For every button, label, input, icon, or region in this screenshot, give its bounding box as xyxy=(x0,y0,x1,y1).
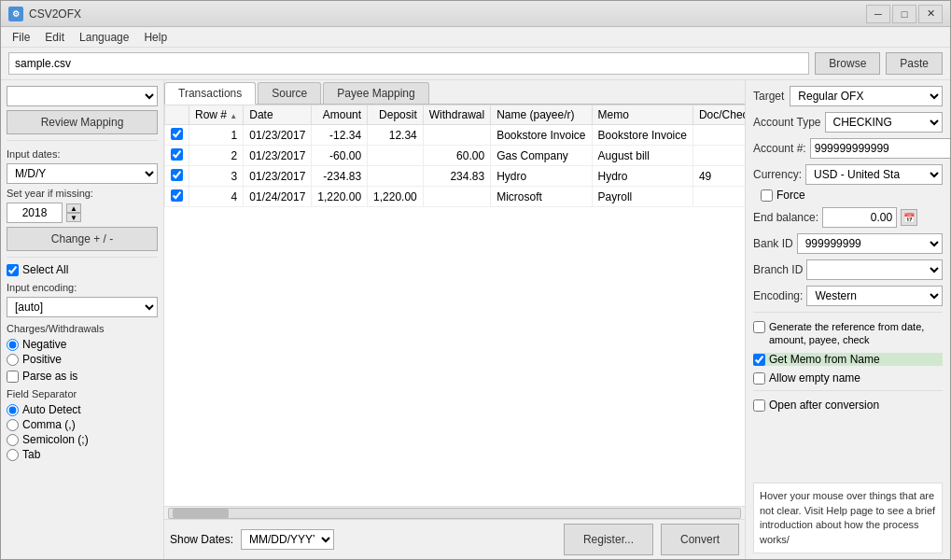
browse-button[interactable]: Browse xyxy=(815,52,880,75)
calendar-icon[interactable]: 📅 xyxy=(901,209,917,226)
table-header-row: Row # ▲ Date Amount Deposit Withdrawal N… xyxy=(165,105,746,125)
gen-ref-label: Generate the reference from date, amount… xyxy=(769,320,943,347)
row-memo-cell: Hydro xyxy=(592,166,692,187)
col-header-memo[interactable]: Memo xyxy=(592,105,692,125)
force-row: Force xyxy=(761,189,943,202)
force-label: Force xyxy=(776,189,805,202)
account-num-input[interactable] xyxy=(810,138,950,159)
open-after-row: Open after conversion xyxy=(753,399,943,412)
force-checkbox[interactable] xyxy=(761,189,773,202)
comma-radio[interactable] xyxy=(7,419,19,431)
col-header-withdrawal[interactable]: Withdrawal xyxy=(423,105,490,125)
register-button[interactable]: Register... xyxy=(564,524,653,555)
negative-radio[interactable] xyxy=(7,339,19,351)
bottom-bar: Show Dates: MM/DD/YYYY DD/MM/YYYY YYYY/M… xyxy=(164,519,745,559)
set-year-label: Set year if missing: xyxy=(7,188,158,199)
negative-label: Negative xyxy=(22,338,66,351)
auto-detect-radio[interactable] xyxy=(7,404,19,416)
row-amount-cell: -234.83 xyxy=(312,166,368,187)
table-row: 3 01/23/2017 -234.83 234.83 Hydro Hydro … xyxy=(165,166,746,187)
maximize-button[interactable]: □ xyxy=(892,5,916,23)
input-encoding-select[interactable]: [auto] xyxy=(7,297,158,317)
bank-id-combo[interactable]: 999999999 xyxy=(797,233,943,254)
col-header-deposit[interactable]: Deposit xyxy=(368,105,424,125)
minimize-button[interactable]: ─ xyxy=(866,5,890,23)
get-memo-checkbox[interactable] xyxy=(753,354,765,366)
change-button[interactable]: Change + / - xyxy=(7,227,158,251)
row-deposit-cell: 1,220.00 xyxy=(368,187,424,207)
target-label: Target xyxy=(753,90,784,103)
menu-language[interactable]: Language xyxy=(72,29,136,46)
row-withdrawal-cell: 234.83 xyxy=(423,166,490,187)
horizontal-scrollbar[interactable] xyxy=(164,506,745,519)
convert-button[interactable]: Convert xyxy=(661,524,739,555)
row-checkbox-1[interactable] xyxy=(171,148,183,161)
row-doc-cell: 49 xyxy=(692,166,745,187)
row-checkbox-3[interactable] xyxy=(171,189,183,202)
scrollbar-track[interactable] xyxy=(168,508,741,519)
divider-2 xyxy=(7,257,158,258)
review-mapping-button[interactable]: Review Mapping xyxy=(7,110,158,134)
account-type-row: Account Type CHECKING xyxy=(753,112,943,133)
charges-radio-group: Negative Positive xyxy=(7,338,158,366)
row-num-cell: 4 xyxy=(189,187,244,207)
title-bar: ⚙ CSV2OFX ─ □ ✕ xyxy=(1,1,950,27)
transactions-table-container: Row # ▲ Date Amount Deposit Withdrawal N… xyxy=(164,105,745,506)
date-format-select[interactable]: M/D/Y xyxy=(7,163,158,184)
allow-empty-checkbox[interactable] xyxy=(753,372,765,385)
col-header-name[interactable]: Name (payee/r) xyxy=(491,105,592,125)
positive-radio[interactable] xyxy=(7,354,19,366)
col-header-date[interactable]: Date xyxy=(244,105,312,125)
year-input[interactable] xyxy=(7,203,63,223)
col-header-amount[interactable]: Amount xyxy=(312,105,368,125)
col-header-doc[interactable]: Doc/Check # xyxy=(692,105,745,125)
date-format-combo[interactable]: MM/DD/YYYY DD/MM/YYYY YYYY/MM/DD xyxy=(241,529,334,550)
open-after-checkbox[interactable] xyxy=(753,399,765,412)
tab-payee-mapping[interactable]: Payee Mapping xyxy=(323,82,428,104)
semicolon-label: Semicolon (;) xyxy=(22,433,89,446)
gen-ref-checkbox[interactable] xyxy=(753,321,765,333)
row-memo-cell: Bookstore Invoice xyxy=(592,125,692,146)
app-title: CSV2OFX xyxy=(29,7,866,21)
input-dates-label: Input dates: xyxy=(7,148,158,160)
semicolon-radio[interactable] xyxy=(7,434,19,446)
end-balance-input[interactable] xyxy=(822,207,897,228)
menu-help[interactable]: Help xyxy=(136,29,175,46)
account-type-combo[interactable]: CHECKING xyxy=(825,112,944,133)
currency-combo[interactable]: USD - United Sta xyxy=(805,164,943,185)
col-header-row-num[interactable]: Row # ▲ xyxy=(189,105,244,125)
encoding-combo[interactable]: Western xyxy=(806,286,943,306)
scrollbar-thumb[interactable] xyxy=(173,509,229,518)
row-withdrawal-cell xyxy=(423,125,490,146)
paste-button[interactable]: Paste xyxy=(886,52,943,75)
row-memo-cell: Payroll xyxy=(592,187,692,207)
branch-id-combo[interactable] xyxy=(806,259,943,280)
encoding-row: Encoding: Western xyxy=(753,286,943,306)
left-combo[interactable] xyxy=(7,86,158,106)
row-checkbox-2[interactable] xyxy=(171,169,183,181)
select-all-label: Select All xyxy=(22,263,68,276)
select-all-checkbox[interactable] xyxy=(7,264,19,276)
target-combo[interactable]: Regular OFX xyxy=(790,86,943,106)
encoding-label: Encoding: xyxy=(753,289,803,302)
select-all-row: Select All xyxy=(7,263,158,276)
tab-transactions[interactable]: Transactions xyxy=(164,82,256,105)
parse-as-is-checkbox[interactable] xyxy=(7,371,19,383)
menu-file[interactable]: File xyxy=(5,29,37,46)
branch-id-label: Branch ID xyxy=(753,263,803,276)
year-down-button[interactable]: ▼ xyxy=(66,213,81,222)
separator-radio-group: Auto Detect Comma (,) Semicolon (;) Tab xyxy=(7,403,158,461)
menu-edit[interactable]: Edit xyxy=(37,29,72,46)
table-row: 2 01/23/2017 -60.00 60.00 Gas Company Au… xyxy=(165,146,746,166)
main-content: Review Mapping Input dates: M/D/Y Set ye… xyxy=(1,80,950,559)
tab-radio[interactable] xyxy=(7,449,19,461)
gen-ref-row: Generate the reference from date, amount… xyxy=(753,320,943,347)
center-panel: Transactions Source Payee Mapping Row # … xyxy=(164,80,745,559)
close-button[interactable]: ✕ xyxy=(918,5,943,23)
year-up-button[interactable]: ▲ xyxy=(66,203,81,213)
file-path-input[interactable] xyxy=(8,52,809,75)
menu-bar: File Edit Language Help xyxy=(1,27,950,48)
show-dates-label: Show Dates: xyxy=(170,533,233,546)
tab-source[interactable]: Source xyxy=(258,82,321,104)
row-checkbox-0[interactable] xyxy=(171,128,183,140)
